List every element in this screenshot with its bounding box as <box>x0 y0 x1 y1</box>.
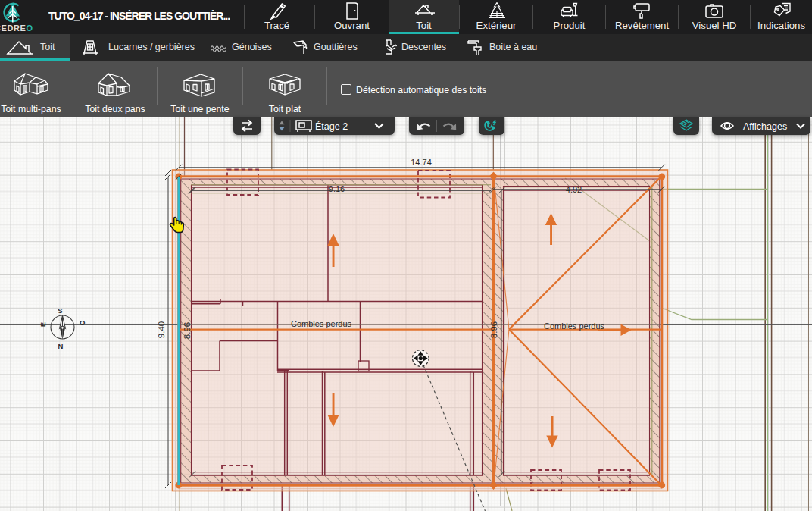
svg-text:Étage 2: Étage 2 <box>315 121 348 132</box>
svg-text:8.96: 8.96 <box>489 321 498 338</box>
svg-text:Affichages: Affichages <box>743 121 787 132</box>
svg-text:14.74: 14.74 <box>411 158 432 167</box>
svg-text:Combles perdus: Combles perdus <box>544 321 605 331</box>
svg-text:8.96: 8.96 <box>183 322 192 339</box>
svg-text:Combles perdus: Combles perdus <box>291 319 352 328</box>
svg-text:N: N <box>58 342 64 350</box>
svg-text:O: O <box>80 318 85 327</box>
svg-text:S: S <box>58 306 62 315</box>
svg-text:9.16: 9.16 <box>329 184 345 193</box>
svg-text:4.92: 4.92 <box>566 185 582 194</box>
svg-text:E: E <box>39 322 47 327</box>
svg-text:9.40: 9.40 <box>157 321 166 338</box>
